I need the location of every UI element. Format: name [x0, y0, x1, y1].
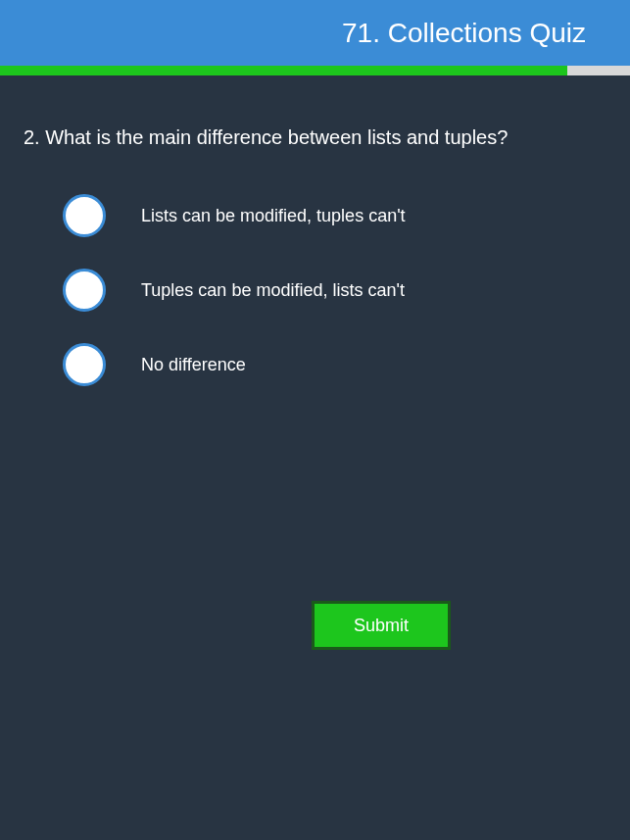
progress-fill — [0, 66, 567, 75]
option-1[interactable]: Tuples can be modified, lists can't — [63, 269, 606, 312]
option-label: No difference — [141, 355, 246, 375]
option-2[interactable]: No difference — [63, 343, 606, 386]
radio-icon — [63, 269, 106, 312]
progress-bar — [0, 66, 630, 75]
options-list: Lists can be modified, tuples can't Tupl… — [24, 194, 606, 386]
option-label: Tuples can be modified, lists can't — [141, 280, 405, 301]
submit-button[interactable]: Submit — [312, 601, 451, 650]
content-area: 2. What is the main difference between l… — [0, 75, 630, 840]
option-0[interactable]: Lists can be modified, tuples can't — [63, 194, 606, 237]
header: 71. Collections Quiz — [0, 0, 630, 66]
radio-icon — [63, 194, 106, 237]
radio-icon — [63, 343, 106, 386]
page-title: 71. Collections Quiz — [342, 18, 586, 49]
question-text: 2. What is the main difference between l… — [24, 126, 606, 149]
option-label: Lists can be modified, tuples can't — [141, 206, 406, 226]
